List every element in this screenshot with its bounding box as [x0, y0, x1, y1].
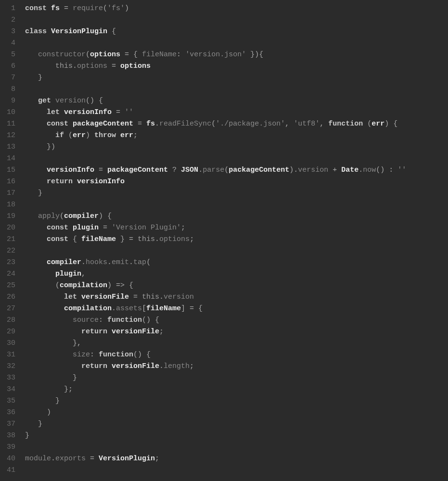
code-editor[interactable]: 1234567891011121314151617181920212223242… [0, 0, 448, 481]
code-line[interactable]: const plugin = 'Version Plugin'; [25, 222, 448, 234]
code-line[interactable] [25, 199, 448, 211]
code-line[interactable]: constructor(options = { fileName: 'versi… [25, 49, 448, 61]
code-line[interactable]: } [25, 418, 448, 430]
line-number: 39 [0, 442, 15, 453]
line-number: 20 [0, 222, 15, 234]
line-number: 33 [0, 372, 15, 384]
code-line[interactable]: const fs = require('fs') [25, 3, 448, 14]
code-line[interactable]: }, [25, 338, 448, 349]
code-line[interactable]: get version() { [25, 95, 448, 107]
line-number: 38 [0, 430, 15, 442]
code-line[interactable]: } [25, 188, 448, 199]
line-number: 32 [0, 361, 15, 372]
code-line[interactable]: let versionFile = this.version [25, 291, 448, 303]
line-number: 23 [0, 257, 15, 268]
code-line[interactable]: let versionInfo = '' [25, 107, 448, 118]
code-line[interactable]: return versionInfo [25, 176, 448, 188]
line-number: 8 [0, 84, 15, 95]
line-number: 14 [0, 153, 15, 165]
line-number: 21 [0, 234, 15, 245]
code-line[interactable] [25, 14, 448, 26]
code-line[interactable]: }) [25, 141, 448, 153]
code-line[interactable]: } [25, 430, 448, 442]
code-content[interactable]: const fs = require('fs') class VersionPl… [19, 3, 448, 481]
code-line[interactable]: (compilation) => { [25, 280, 448, 291]
line-number: 18 [0, 199, 15, 211]
code-line[interactable]: } [25, 72, 448, 84]
line-number: 24 [0, 268, 15, 280]
code-line[interactable] [25, 245, 448, 257]
line-number: 37 [0, 418, 15, 430]
code-line[interactable]: }; [25, 384, 448, 395]
line-number: 41 [0, 465, 15, 476]
line-number: 25 [0, 280, 15, 291]
code-line[interactable]: source: function() { [25, 315, 448, 326]
line-number: 1 [0, 3, 15, 14]
line-number: 22 [0, 245, 15, 257]
code-line[interactable]: apply(compiler) { [25, 211, 448, 222]
code-line[interactable]: const packageContent = fs.readFileSync('… [25, 118, 448, 130]
code-line[interactable]: class VersionPlugin { [25, 26, 448, 38]
line-number: 35 [0, 395, 15, 407]
line-number: 34 [0, 384, 15, 395]
line-number: 27 [0, 303, 15, 315]
code-line[interactable] [25, 442, 448, 453]
code-line[interactable]: } [25, 372, 448, 384]
code-line[interactable]: return versionFile; [25, 326, 448, 338]
code-line[interactable] [25, 38, 448, 49]
line-number: 26 [0, 291, 15, 303]
code-line[interactable] [25, 84, 448, 95]
line-number: 40 [0, 453, 15, 465]
code-line[interactable]: this.options = options [25, 61, 448, 72]
line-number: 30 [0, 338, 15, 349]
code-line[interactable]: return versionFile.length; [25, 361, 448, 372]
line-number: 5 [0, 49, 15, 61]
code-line[interactable]: const { fileName } = this.options; [25, 234, 448, 245]
line-number: 7 [0, 72, 15, 84]
line-number: 28 [0, 315, 15, 326]
code-line[interactable]: if (err) throw err; [25, 130, 448, 141]
line-number: 15 [0, 165, 15, 176]
line-number: 36 [0, 407, 15, 418]
line-number: 12 [0, 130, 15, 141]
code-line[interactable]: plugin, [25, 268, 448, 280]
code-line[interactable]: compiler.hooks.emit.tap( [25, 257, 448, 268]
line-number-gutter: 1234567891011121314151617181920212223242… [0, 3, 19, 481]
line-number: 11 [0, 118, 15, 130]
code-line[interactable]: size: function() { [25, 349, 448, 361]
line-number: 29 [0, 326, 15, 338]
code-line[interactable] [25, 153, 448, 165]
line-number: 9 [0, 95, 15, 107]
code-line[interactable]: } [25, 395, 448, 407]
code-line[interactable]: ) [25, 407, 448, 418]
line-number: 31 [0, 349, 15, 361]
line-number: 17 [0, 188, 15, 199]
line-number: 2 [0, 14, 15, 26]
code-line[interactable]: versionInfo = packageContent ? JSON.pars… [25, 165, 448, 176]
line-number: 3 [0, 26, 15, 38]
line-number: 10 [0, 107, 15, 118]
code-line[interactable]: compilation.assets[fileName] = { [25, 303, 448, 315]
line-number: 4 [0, 38, 15, 49]
line-number: 19 [0, 211, 15, 222]
code-line[interactable]: module.exports = VersionPlugin; [25, 453, 448, 465]
line-number: 16 [0, 176, 15, 188]
line-number: 6 [0, 61, 15, 72]
code-line[interactable] [25, 465, 448, 476]
line-number: 13 [0, 141, 15, 153]
